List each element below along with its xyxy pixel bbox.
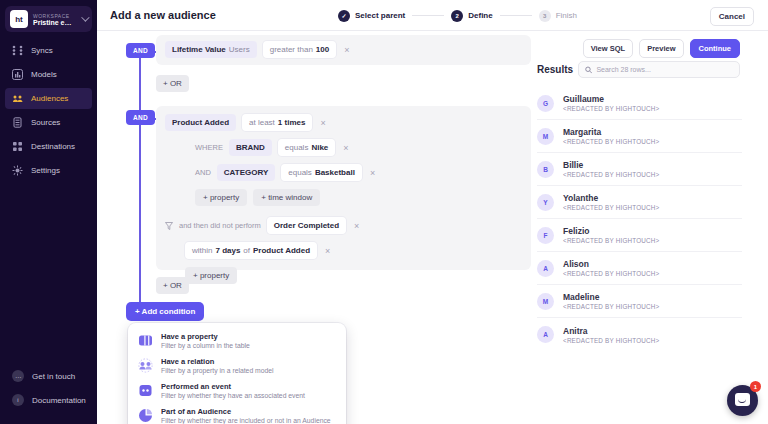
sidebar-item-syncs[interactable]: Syncs (5, 40, 92, 61)
page-title: Add a new audience (110, 9, 216, 21)
continue-button[interactable]: Continue (690, 39, 741, 58)
frequency-pill[interactable]: at least 1 times (242, 114, 312, 131)
destinations-icon (12, 141, 23, 152)
sidebar-item-label: Settings (31, 166, 60, 175)
syncs-icon (12, 45, 23, 56)
operator-value-pill[interactable]: equals Nike (278, 139, 335, 156)
step-connector (500, 15, 532, 16)
audience-pie-icon (138, 408, 153, 423)
models-icon (12, 69, 23, 80)
and-operator-badge[interactable]: AND (126, 110, 155, 125)
notification-badge: 1 (750, 381, 761, 392)
property-pill[interactable]: Lifetime Value Users (165, 41, 257, 58)
audiences-icon (12, 93, 23, 104)
close-icon[interactable]: × (341, 143, 350, 153)
list-item[interactable]: A Alison<REDACTED BY HIGHTOUCH> (537, 252, 742, 285)
list-item[interactable]: M Margarita<REDACTED BY HIGHTOUCH> (537, 120, 742, 153)
footer-item-label: Documentation (32, 396, 86, 405)
close-icon[interactable]: × (342, 45, 351, 55)
search-icon (585, 66, 592, 74)
event-icon (138, 383, 153, 398)
search-input[interactable] (596, 66, 733, 73)
sidebar-item-models[interactable]: Models (5, 64, 92, 85)
menu-item-part-of-an-audience[interactable]: Part of an Audience Filter by whether th… (128, 403, 346, 424)
redacted-email: <REDACTED BY HIGHTOUCH> (563, 270, 659, 277)
avatar: M (537, 128, 554, 145)
time-window-pill[interactable]: within 7 days of Product Added (185, 242, 317, 259)
column-pill[interactable]: BRAND (229, 139, 272, 156)
info-icon: i (12, 394, 24, 406)
add-property-button[interactable]: + property (185, 267, 237, 284)
view-sql-button[interactable]: View SQL (583, 39, 633, 58)
add-or-button[interactable]: + OR (156, 75, 189, 92)
operator-value-pill[interactable]: greater than 100 (263, 41, 337, 58)
and-label: AND (195, 168, 211, 177)
list-item[interactable]: G Guillaume<REDACTED BY HIGHTOUCH> (537, 87, 742, 120)
chat-bubble-icon (735, 393, 750, 406)
get-in-touch-link[interactable]: ⋯ Get in touch (5, 366, 92, 386)
workspace-name: Pristine eCommer... (33, 19, 76, 26)
and-operator-badge[interactable]: AND (126, 43, 155, 58)
list-item[interactable]: A Anitra<REDACTED BY HIGHTOUCH> (537, 318, 742, 351)
stepper: ✓ Select parent 2 Define 3 Finish (338, 0, 577, 31)
avatar: G (537, 95, 554, 112)
list-item[interactable]: M Madeline<REDACTED BY HIGHTOUCH> (537, 285, 742, 318)
close-icon[interactable]: × (318, 118, 327, 128)
footer-item-label: Get in touch (32, 372, 75, 381)
add-time-window-button[interactable]: + time window (253, 189, 320, 206)
sidebar-nav: Syncs Models Audiences Sources Destinati… (0, 40, 97, 181)
sidebar-item-sources[interactable]: Sources (5, 112, 92, 133)
documentation-link[interactable]: i Documentation (5, 390, 92, 410)
avatar: F (537, 227, 554, 244)
check-icon: ✓ (338, 10, 350, 22)
relation-icon (138, 358, 153, 373)
sidebar-item-destinations[interactable]: Destinations (5, 136, 92, 157)
condition-connector-line (139, 51, 141, 309)
sidebar: ht WORKSPACE Pristine eCommer... Syncs M… (0, 0, 97, 424)
menu-item-have-a-relation[interactable]: Have a relation Filter by a property in … (128, 353, 346, 378)
menu-item-performed-an-event[interactable]: Performed an event Filter by whether the… (128, 378, 346, 403)
property-icon (138, 333, 153, 348)
chevron-down-icon (81, 13, 89, 21)
preview-button[interactable]: Preview (639, 39, 683, 58)
event-pill[interactable]: Product Added (165, 114, 236, 131)
redacted-email: <REDACTED BY HIGHTOUCH> (563, 237, 659, 244)
top-bar: Add a new audience ✓ Select parent 2 Def… (97, 0, 768, 31)
redacted-email: <REDACTED BY HIGHTOUCH> (563, 105, 659, 112)
results-search[interactable] (578, 61, 740, 78)
results-panel: View SQL Preview Continue Results 28 G G… (537, 31, 768, 424)
menu-item-have-a-property[interactable]: Have a property Filter by a column in th… (128, 328, 346, 353)
sidebar-item-label: Destinations (31, 142, 75, 151)
sidebar-item-label: Audiences (31, 94, 68, 103)
list-item[interactable]: B Billie<REDACTED BY HIGHTOUCH> (537, 153, 742, 186)
sidebar-item-label: Syncs (31, 46, 53, 55)
close-icon[interactable]: × (368, 168, 377, 178)
cancel-button[interactable]: Cancel (710, 7, 754, 26)
close-icon[interactable]: × (323, 246, 332, 256)
add-condition-button[interactable]: + Add condition (126, 302, 204, 321)
close-icon[interactable]: × (352, 221, 361, 231)
chat-launcher-button[interactable]: 1 (727, 385, 758, 416)
workspace-switcher[interactable]: ht WORKSPACE Pristine eCommer... (5, 6, 92, 32)
chat-dots-icon: ⋯ (12, 370, 24, 382)
hightouch-logo: ht (10, 10, 28, 28)
gear-icon (12, 165, 23, 176)
step-finish[interactable]: 3 Finish (539, 10, 577, 22)
sidebar-item-audiences[interactable]: Audiences (5, 88, 92, 109)
step-define[interactable]: 2 Define (451, 10, 492, 22)
add-property-button[interactable]: + property (195, 189, 247, 206)
avatar: A (537, 326, 554, 343)
list-item[interactable]: Y Yolanthe<REDACTED BY HIGHTOUCH> (537, 186, 742, 219)
funnel-icon (165, 222, 173, 230)
operator-value-pill[interactable]: equals Basketball (281, 164, 362, 181)
list-item[interactable]: F Felizio<REDACTED BY HIGHTOUCH> (537, 219, 742, 252)
redacted-email: <REDACTED BY HIGHTOUCH> (563, 138, 659, 145)
audience-builder-canvas: AND Lifetime Value Users greater than 10… (97, 31, 768, 424)
condition-type-menu: Have a property Filter by a column in th… (128, 323, 346, 424)
add-or-button[interactable]: + OR (156, 277, 189, 294)
then-did-not-perform-label: and then did not perform (179, 221, 261, 230)
sidebar-item-settings[interactable]: Settings (5, 160, 92, 181)
event-pill[interactable]: Order Completed (267, 217, 346, 234)
step-select-parent[interactable]: ✓ Select parent (338, 10, 405, 22)
column-pill[interactable]: CATEGORY (217, 164, 275, 181)
